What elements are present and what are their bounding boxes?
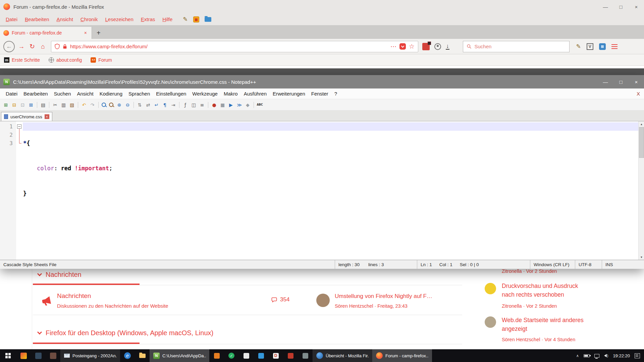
cut-icon[interactable]: ✂ — [51, 101, 59, 109]
pinned-app-3[interactable] — [46, 349, 60, 362]
home-button[interactable]: ⌂ — [38, 41, 48, 52]
pocket-icon[interactable] — [399, 43, 406, 50]
avatar[interactable] — [316, 294, 330, 307]
pencil-icon[interactable]: ✎ — [183, 16, 187, 23]
bookmark-forum[interactable]: f-f Forum — [91, 57, 112, 63]
url-input[interactable] — [70, 44, 387, 49]
section-nachrichten-header[interactable]: Nachrichten — [38, 271, 82, 279]
minimize-button[interactable]: — — [598, 75, 613, 88]
menu-chronik[interactable]: Chronik — [77, 16, 102, 22]
replace-icon[interactable] — [108, 102, 115, 108]
scroll-down-icon[interactable]: ▼ — [639, 254, 644, 260]
find-icon[interactable] — [101, 102, 107, 108]
forum-title[interactable]: Nachrichten — [57, 292, 91, 300]
edit-pen-icon[interactable]: ✎ — [576, 43, 581, 50]
npp-menu-suchen[interactable]: Suchen — [51, 91, 74, 97]
sync-scroll-horizontal-icon[interactable]: ⇄ — [144, 101, 152, 109]
tray-app-d[interactable]: D — [268, 349, 283, 362]
tray-app-gray[interactable] — [298, 349, 313, 362]
search-box[interactable] — [463, 41, 570, 52]
pinned-app-2[interactable] — [31, 349, 46, 362]
sidebar-item-meta[interactable]: Sören Hentzschel · Vor 4 Stunden — [502, 337, 575, 342]
open-file-icon[interactable]: ⊟ — [10, 101, 18, 109]
paste-icon[interactable]: ▧ — [68, 101, 76, 109]
save-file-icon[interactable]: ⊡ — [19, 101, 26, 109]
page-actions-icon[interactable]: ⋯ — [390, 43, 396, 50]
sidebar-item-meta[interactable]: Zitronella · Vor 2 Stunden — [502, 268, 557, 274]
zoom-in-icon[interactable]: ⊕ — [115, 101, 123, 109]
network-icon[interactable] — [594, 354, 599, 358]
sidebar-post-link[interactable]: Druckvorschau und Ausdruck nach rechts v… — [502, 282, 588, 299]
forum-row-nachrichten[interactable]: Nachrichten Diskussionen zu den Nachrich… — [33, 290, 462, 315]
shield-icon[interactable] — [55, 44, 60, 49]
status-eol-format[interactable]: Windows (CR LF) — [530, 260, 575, 269]
show-hidden-icons-button[interactable]: ∧ — [576, 354, 579, 358]
pinned-app-1[interactable] — [16, 349, 31, 362]
status-insert-mode[interactable]: INS — [602, 260, 644, 269]
menu-extras[interactable]: Extras — [137, 16, 159, 22]
macro-stop-icon[interactable]: ■ — [219, 101, 226, 109]
editor-scrollbar[interactable]: ▲ ▼ — [638, 121, 644, 260]
spell-check-icon[interactable]: ABC — [256, 101, 264, 109]
npp-menu-help[interactable]: ? — [331, 91, 340, 97]
bookmark-about-config[interactable]: about:config — [49, 57, 82, 63]
maximize-button[interactable]: □ — [613, 75, 629, 88]
close-button[interactable]: × — [629, 0, 644, 13]
macro-save-icon[interactable]: ◆ — [244, 101, 252, 109]
internet-explorer-button[interactable]: e — [120, 349, 135, 362]
show-all-characters-icon[interactable]: ¶ — [161, 101, 169, 109]
avatar[interactable] — [485, 283, 496, 294]
menu-lesezeichen[interactable]: Lesezeichen — [102, 16, 137, 22]
account-icon[interactable] — [434, 43, 441, 50]
section-desktop-header[interactable]: Firefox für den Desktop (Windows, Apple … — [38, 329, 213, 337]
bookmark-erste-schritte[interactable]: m Erste Schritte — [4, 57, 40, 63]
taskbar-button-firefox[interactable]: Forum - camp-firefox.... — [372, 349, 432, 362]
npp-menu-einstellungen[interactable]: Einstellungen — [153, 91, 189, 97]
url-bar[interactable]: ⋯ ☆ — [51, 41, 418, 52]
scroll-up-icon[interactable]: ▲ — [639, 121, 644, 127]
notepadpp-titlebar[interactable]: N C:\Users\Andi\AppData\Roaming\Mozilla\… — [0, 75, 644, 88]
tray-app-blue[interactable] — [254, 349, 268, 362]
battery-icon[interactable] — [584, 354, 590, 357]
lock-icon[interactable] — [63, 44, 67, 49]
menu-datei[interactable]: Datei — [2, 16, 21, 22]
tray-app-green-check[interactable]: ✓ — [224, 349, 239, 362]
tray-app-orange[interactable] — [209, 349, 224, 362]
code-text[interactable]: *{ color: red !important; } — [23, 121, 638, 260]
orange-app-icon[interactable] — [193, 16, 199, 22]
npp-menu-fenster[interactable]: Fenster — [308, 91, 331, 97]
npp-menu-ansicht[interactable]: Ansicht — [74, 91, 96, 97]
npp-menu-bearbeiten[interactable]: Bearbeiten — [20, 91, 51, 97]
restore-button[interactable]: □ — [613, 0, 629, 13]
macro-run-multiple-icon[interactable]: ≫ — [235, 101, 243, 109]
npp-menu-datei[interactable]: Datei — [3, 91, 20, 97]
document-switcher-icon[interactable]: ≡ — [198, 101, 206, 109]
bookmark-star-icon[interactable]: ☆ — [409, 43, 415, 50]
npp-menu-ausfuehren[interactable]: Ausführen — [241, 91, 270, 97]
tray-app-white[interactable] — [239, 349, 254, 362]
downloads-icon[interactable]: ↓ — [446, 43, 449, 50]
tab-forum-camp-firefox[interactable]: Forum - camp-firefox.de × — [0, 27, 92, 39]
taskbar-button-notepadpp[interactable]: N C:\Users\Andi\AppDa... — [150, 349, 209, 362]
tab-close-icon[interactable]: × — [45, 114, 49, 119]
menu-bearbeiten[interactable]: Bearbeiten — [21, 16, 53, 22]
npp-menu-werkzeuge[interactable]: Werkzeuge — [189, 91, 221, 97]
editor-area[interactable]: 1 2 3 *{ color: red !important; } ▲ ▼ — [0, 121, 644, 260]
close-button[interactable]: × — [629, 75, 644, 88]
taskbar-button-thunderbird[interactable]: Übersicht - Mozilla Fir... — [313, 349, 372, 362]
menu-ansicht[interactable]: Ansicht — [53, 16, 77, 22]
blue-extension-icon[interactable] — [599, 43, 606, 50]
sync-scroll-vertical-icon[interactable]: ⇅ — [136, 101, 144, 109]
undo-icon[interactable]: ↶ — [80, 101, 88, 109]
word-wrap-icon[interactable]: ↵ — [153, 101, 160, 109]
last-post-meta[interactable]: Sören Hentzschel · Freitag, 23:43 — [335, 303, 408, 309]
document-map-icon[interactable]: ◫ — [190, 101, 198, 109]
macro-record-icon[interactable]: ● — [210, 101, 218, 109]
indent-guide-icon[interactable]: ⇥ — [169, 101, 177, 109]
print-icon[interactable]: ▤ — [39, 101, 47, 109]
status-encoding[interactable]: UTF-8 — [575, 260, 602, 269]
volume-icon[interactable]: ) — [604, 354, 608, 358]
save-all-icon[interactable]: ⊠ — [27, 101, 35, 109]
menu-hamburger-icon[interactable] — [611, 46, 618, 47]
tray-app-red[interactable] — [283, 349, 298, 362]
